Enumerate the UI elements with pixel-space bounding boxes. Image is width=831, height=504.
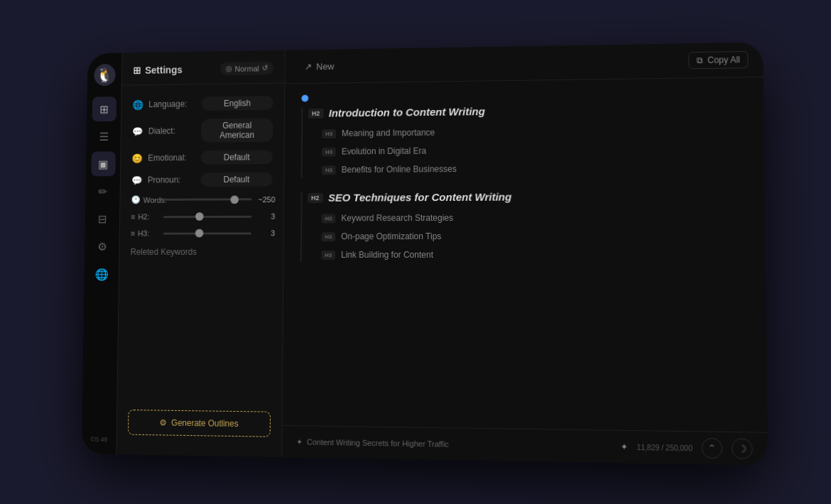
emotional-row: 😊 Emotional: Default [121,146,284,169]
emotional-label: Emotional: [148,153,197,163]
words-slider-row: 🕐 Words: ~250 [120,190,283,208]
language-row: 🌐 Language: English [121,92,284,116]
h3-value: 3 [256,229,275,237]
h2-heading-1: H2 Introduction to Content Writing [308,102,746,119]
version-label: ©S 49 [90,436,107,443]
h3-item-1-3: H3 Benefits for Online Businesses [322,159,746,177]
h3-badge: H3 [321,232,335,241]
h3-badge: H3 [322,147,336,156]
h2-slider-container: 3 [163,212,275,221]
sidebar-icon-menu[interactable]: ☰ [92,124,116,149]
h2-icon: ≡ [131,212,135,221]
new-button[interactable]: ↗ New [299,58,340,75]
blue-dot-indicator [301,95,308,102]
h3-title-2-1: Keyword Research Strategies [341,213,453,223]
sidebar-icon-grid[interactable]: ⊞ [92,97,116,121]
words-slider[interactable] [163,198,251,200]
sidebar-icon-document[interactable]: ▣ [91,151,115,176]
h3-title-1-3: Benefits for Online Businesses [342,164,457,175]
words-value: ~250 [256,195,275,204]
emotional-icon: 😊 [131,153,143,163]
h3-label: ≡ H3: [131,229,158,238]
h3-slider-container: 3 [163,229,275,237]
language-icon: 🌐 [132,99,144,110]
copy-all-button[interactable]: ⧉ Copy All [688,51,748,69]
main-content: ↗ New ⧉ Copy All H2 Introduction to Cont… [282,42,768,465]
h3-items-section-2: H3 Keyword Research Strategies H3 On-pag… [308,209,748,263]
dialect-label: Dialect: [148,126,197,136]
h3-title-2-3: Link Building for Content [341,250,433,260]
toolbar-right: ⧉ Copy All [688,51,748,69]
target-icon: ◎ [225,64,232,73]
settings-icon: ⊞ [133,65,141,76]
words-slider-container: ~250 [163,195,275,204]
h3-icon: ≡ [131,229,135,238]
h2-value: 3 [256,212,275,221]
generate-outlines-button[interactable]: ⚙ Generate Outlines [128,410,271,437]
narrow-sidebar: 🐧 ⊞ ☰ ▣ ✏ ⊟ ⚙ 🌐 ©S 49 [82,53,123,455]
h3-badge: H3 [322,129,336,138]
h3-item-1-2: H3 Evolution in Digital Era [322,141,746,160]
h2-slider[interactable] [163,215,251,217]
h2-badge-1: H2 [308,108,323,118]
sidebar-icon-puzzle[interactable]: ⚙ [89,234,114,259]
sparkle-icon-2: ✦ [621,442,628,452]
avatar[interactable]: 🐧 [94,64,116,86]
suggestion-area: ✦ Content Writing Secrets for Higher Tra… [296,437,449,449]
settings-header: ⊞ Settings ◎ Normal ↺ [122,61,285,85]
chevron-up-button[interactable]: ⌃ [702,438,723,459]
h2-label: ≡ H2: [131,212,158,221]
h3-item-2-1: H3 Keyword Research Strategies [322,209,747,226]
generate-icon: ⚙ [160,417,168,427]
h3-badge: H3 [322,214,336,223]
h3-items-section-1: H3 Meaning and Importance H3 Evolution i… [308,121,746,177]
clock-icon: 🕐 [131,195,141,204]
h2-heading-2: H2 SEO Techniques for Content Writing [308,190,746,204]
reset-icon: ↺ [262,64,268,73]
h3-title-1-1: Meaning and Importance [342,128,435,138]
h3-badge: H3 [321,251,335,260]
h3-item-1-1: H3 Meaning and Importance [322,121,746,141]
sidebar-icon-edit[interactable]: ✏ [90,179,115,204]
pronoun-label: Pronoun: [148,175,197,185]
settings-body: 🌐 Language: English 💬 Dialect: General A… [117,89,284,403]
h2-title-2: SEO Techniques for Content Writing [328,191,511,204]
language-value[interactable]: English [201,96,273,111]
h3-badge: H3 [322,165,336,175]
sidebar-icon-globe[interactable]: 🌐 [89,262,114,287]
h3-title-2-2: On-page Optimization Tips [341,231,441,241]
pronoun-row: 💬 Pronoun: Default [121,168,284,192]
new-icon: ↗ [305,61,313,72]
outline-section-2: H2 SEO Techniques for Content Writing H3… [300,190,748,263]
device-frame: 🐧 ⊞ ☰ ▣ ✏ ⊟ ⚙ 🌐 ©S 49 ⊞ Settings ◎ Norma… [82,42,768,465]
h3-title-1-2: Evolution in Digital Era [342,146,426,157]
pronoun-icon: 💬 [131,175,143,185]
h2-slider-row: ≡ H2: 3 [120,208,283,225]
language-label: Language: [148,99,197,109]
dialect-icon: 💬 [132,126,144,137]
mode-badge[interactable]: ◎ Normal ↺ [219,62,273,76]
copy-icon: ⧉ [697,55,703,65]
dialect-value[interactable]: General American [201,118,273,142]
sparkle-icon: ✦ [296,437,303,447]
h3-slider[interactable] [163,232,251,234]
word-count: 11,829 / 250,000 [636,443,692,452]
suggestion-text: Content Writing Secrets for Higher Traff… [307,438,449,449]
words-label: 🕐 Words: [131,195,158,204]
content-area[interactable]: H2 Introduction to Content Writing H3 Me… [283,77,768,432]
emotional-value[interactable]: Default [201,150,273,164]
h3-slider-row: ≡ H3: 3 [120,224,283,241]
bottom-stats: ✦ 11,829 / 250,000 ⌃ ☽ [620,437,752,459]
h2-title-1: Introduction to Content Writing [329,105,485,119]
h3-item-2-2: H3 On-page Optimization Tips [321,228,747,244]
bottom-bar: ✦ Content Writing Secrets for Higher Tra… [282,425,768,466]
dialect-row: 💬 Dialect: General American [121,114,284,147]
settings-panel: ⊞ Settings ◎ Normal ↺ 🌐 Language: Englis… [116,50,285,457]
sidebar-icon-columns[interactable]: ⊟ [90,207,115,231]
settings-title: ⊞ Settings [133,64,183,75]
pronoun-value[interactable]: Default [200,172,273,187]
moon-button[interactable]: ☽ [732,438,753,459]
related-keywords-label: Releted Keywords [119,241,283,263]
h2-badge-2: H2 [308,192,322,202]
toolbar-left: ↗ New [299,58,340,75]
